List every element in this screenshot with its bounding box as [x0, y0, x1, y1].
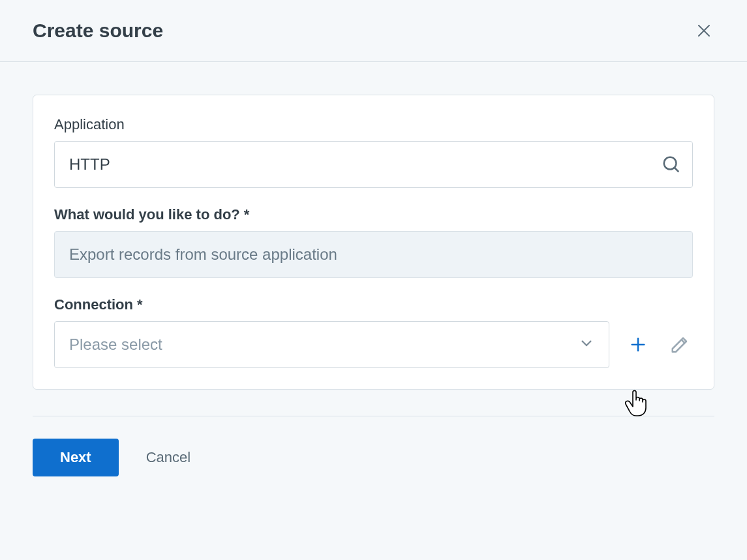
add-connection-button[interactable] [625, 332, 651, 358]
application-input-wrapper [54, 141, 693, 188]
connection-select-wrapper: Please select [54, 321, 609, 368]
action-value: Export records from source application [54, 231, 693, 278]
application-label: Application [54, 116, 693, 133]
connection-row: Please select [54, 321, 693, 368]
action-field-group: What would you like to do? * Export reco… [54, 206, 693, 278]
dialog-body: Application What would you like to do? *… [0, 62, 747, 509]
application-field-group: Application [54, 116, 693, 188]
edit-connection-button[interactable] [667, 332, 693, 358]
close-button[interactable] [694, 20, 714, 41]
next-button[interactable]: Next [33, 439, 119, 476]
dialog-header: Create source [0, 0, 747, 62]
connection-placeholder: Please select [69, 335, 162, 354]
form-panel: Application What would you like to do? *… [33, 95, 714, 390]
plus-icon [629, 335, 647, 354]
dialog-title: Create source [33, 20, 163, 42]
connection-field-group: Connection * Please select [54, 296, 693, 368]
application-input[interactable] [54, 141, 693, 188]
connection-select[interactable]: Please select [54, 321, 609, 368]
close-icon [696, 23, 712, 39]
action-label: What would you like to do? * [54, 206, 693, 223]
cancel-button[interactable]: Cancel [146, 449, 191, 466]
connection-label: Connection * [54, 296, 693, 313]
dialog-footer: Next Cancel [33, 416, 714, 476]
pencil-icon [670, 335, 690, 354]
